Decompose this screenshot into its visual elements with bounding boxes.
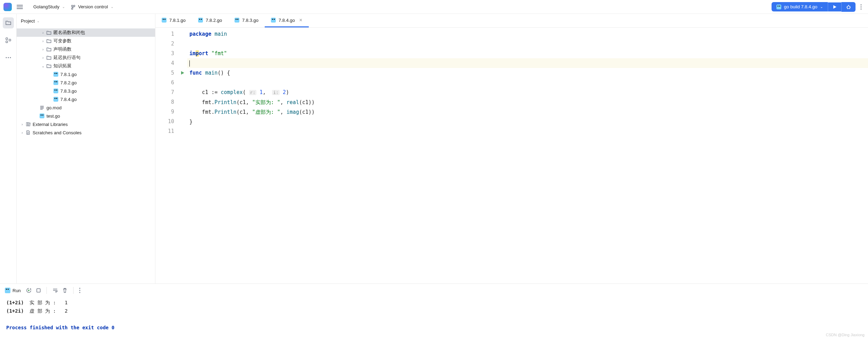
tree-item-label: 延迟执行语句 <box>53 54 80 61</box>
tab-label: 7.8.4.go <box>279 18 295 23</box>
go-file-icon <box>198 18 203 23</box>
svg-rect-5 <box>6 41 8 43</box>
project-tool-button[interactable] <box>3 17 14 28</box>
expand-arrow[interactable]: › <box>19 131 25 135</box>
gutter-slot <box>178 117 187 126</box>
expand-arrow[interactable]: › <box>40 39 46 43</box>
main-menu-button[interactable] <box>17 5 23 9</box>
run-config-dropdown[interactable]: go build 7.8.4.go ⌄ <box>772 2 828 11</box>
code-line[interactable] <box>187 127 868 136</box>
code-line[interactable]: package main <box>187 29 868 39</box>
more-actions-button[interactable] <box>860 4 862 10</box>
kebab-icon <box>79 288 80 293</box>
tree-item-label: 知识拓展 <box>53 63 71 69</box>
lib-icon <box>25 122 31 127</box>
code-line[interactable]: fmt.Println(c1, "虚部为: ", imag(c1)) <box>187 107 868 117</box>
tool-window-rail <box>0 14 17 283</box>
go-file-icon <box>162 18 167 23</box>
tree-item[interactable]: ›匿名函数和闭包 <box>17 28 155 37</box>
line-number: 1 <box>155 29 174 39</box>
wrap-icon <box>52 288 58 293</box>
code-line[interactable]: func main() { <box>187 68 868 78</box>
run-gutter-icon <box>180 71 185 75</box>
go-file-icon <box>271 18 276 23</box>
tree-item[interactable]: ›External Libraries <box>17 120 155 128</box>
tree-item[interactable]: ›声明函数 <box>17 45 155 53</box>
editor-tab[interactable]: 7.8.3.go <box>228 14 265 27</box>
tree-item[interactable]: 7.8.3.go <box>17 87 155 95</box>
project-view-dropdown[interactable]: Project ⌄ <box>17 14 155 28</box>
run-button[interactable] <box>828 2 841 11</box>
structure-tool-button[interactable] <box>3 35 14 46</box>
expand-arrow[interactable]: ⌄ <box>40 64 46 68</box>
code-content[interactable]: package main import "fmt"func main() { c… <box>187 28 868 283</box>
line-gutter: 1234567891011 <box>155 28 178 283</box>
tree-item-label: 7.8.3.go <box>60 88 77 94</box>
tab-label: 7.8.2.go <box>206 18 222 23</box>
delete-button[interactable] <box>62 287 68 294</box>
run-output[interactable]: (1+2i) 实 部 为 : 1(1+2i) 虚 部 为 : 2 Process… <box>0 297 868 339</box>
tree-item-label: 可变参数 <box>53 38 71 44</box>
line-number: 3 <box>155 49 174 58</box>
line-number: 9 <box>155 107 174 117</box>
expand-arrow[interactable]: › <box>40 48 46 51</box>
tree-item[interactable]: ›可变参数 <box>17 37 155 45</box>
tree-item[interactable]: test.go <box>17 112 155 120</box>
close-tab-icon[interactable]: ✕ <box>299 18 303 23</box>
line-number: 4 <box>155 58 174 68</box>
stop-button[interactable] <box>36 287 41 294</box>
line-number: 2 <box>155 39 174 49</box>
folder-icon <box>46 30 52 35</box>
scratch-icon <box>25 130 31 135</box>
svg-point-9 <box>10 57 11 58</box>
vcs-dropdown[interactable]: Version control ⌄ <box>68 3 116 11</box>
project-sidebar: Project ⌄ ›匿名函数和闭包›可变参数›声明函数›延迟执行语句⌄知识拓展… <box>17 14 155 283</box>
line-number: 7 <box>155 87 174 97</box>
tree-item[interactable]: ›延迟执行语句 <box>17 53 155 62</box>
editor-tab[interactable]: 7.8.2.go <box>192 14 228 27</box>
run-toolbar: Run <box>0 284 868 297</box>
debug-button[interactable] <box>841 2 856 12</box>
code-line[interactable]: import "fmt" <box>187 49 868 58</box>
tree-item[interactable]: go.mod <box>17 103 155 112</box>
editor-tab[interactable]: 7.8.1.go <box>155 14 192 27</box>
tree-item[interactable]: 7.8.2.go <box>17 78 155 87</box>
gutter-slot <box>178 58 187 68</box>
go-icon <box>39 113 45 118</box>
soft-wrap-button[interactable] <box>52 287 58 294</box>
tree-item[interactable]: 7.8.1.go <box>17 70 155 78</box>
expand-arrow[interactable]: › <box>19 122 25 126</box>
code-line[interactable] <box>187 58 868 68</box>
project-tree[interactable]: ›匿名函数和闭包›可变参数›声明函数›延迟执行语句⌄知识拓展7.8.1.go7.… <box>17 28 155 283</box>
go-file-icon <box>776 5 781 9</box>
run-tab[interactable]: Run <box>5 288 21 293</box>
code-line[interactable]: c1 := complex( r: 1, i: 2) <box>187 87 868 98</box>
tree-item[interactable]: 7.8.4.go <box>17 95 155 103</box>
editor-tabs: 7.8.1.go7.8.2.go7.8.3.go7.8.4.go✕ <box>155 14 868 28</box>
tree-item[interactable]: ⌄知识拓展 <box>17 62 155 70</box>
more-tools-button[interactable] <box>3 52 14 63</box>
editor-tab[interactable]: 7.8.4.go✕ <box>265 14 309 27</box>
gutter-slot <box>178 126 187 136</box>
line-number: 5 <box>155 68 174 78</box>
tree-item[interactable]: ›Scratches and Consoles <box>17 128 155 137</box>
code-line[interactable] <box>187 78 868 87</box>
watermark: CSDN @Ding Jiaxiong <box>826 333 865 337</box>
separator <box>46 287 47 294</box>
panel-options-button[interactable] <box>79 287 80 294</box>
chevron-down-icon: ⌄ <box>62 5 65 9</box>
sidebar-title: Project <box>21 18 35 24</box>
gutter-slot <box>178 97 187 107</box>
rerun-button[interactable] <box>26 287 32 294</box>
gutter-slot[interactable] <box>178 68 187 78</box>
code-line[interactable]: } <box>187 117 868 127</box>
code-editor[interactable]: 1234567891011 package main import "fmt"f… <box>155 28 868 283</box>
code-line[interactable]: fmt.Println(c1, "实部为: ", real(c1)) <box>187 98 868 107</box>
chevron-down-icon: ⌄ <box>37 19 40 23</box>
project-dropdown[interactable]: GolangStudy ⌄ <box>31 3 68 11</box>
svg-point-2 <box>861 6 862 7</box>
go-icon <box>53 88 59 93</box>
expand-arrow[interactable]: › <box>40 56 46 60</box>
expand-arrow[interactable]: › <box>40 31 46 35</box>
code-line[interactable] <box>187 39 868 49</box>
